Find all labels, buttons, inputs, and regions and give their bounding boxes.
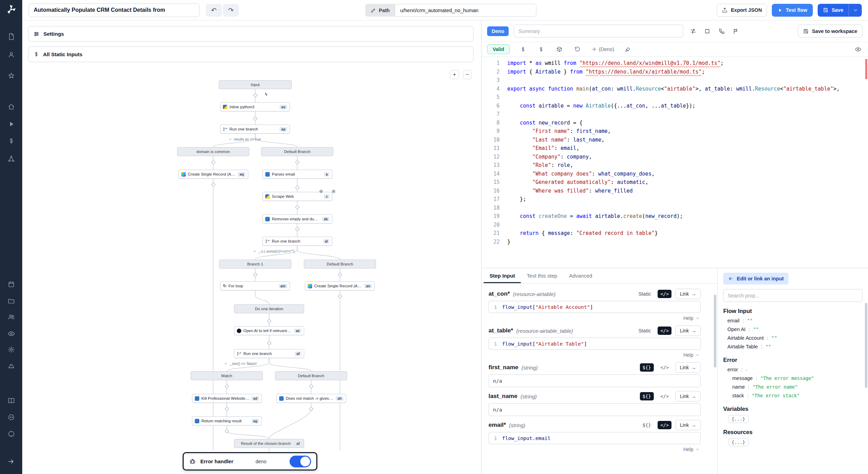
flow-node[interactable]: Run one branchal — [262, 237, 332, 246]
flow-node[interactable]: Does not match -> gives empty valueah — [276, 394, 346, 403]
prop-row-email[interactable]: email:"" — [723, 316, 862, 325]
link-button[interactable]: Link→ — [675, 362, 701, 373]
prop-row-message[interactable]: message:"The error message" — [723, 374, 862, 382]
tab-advanced[interactable]: Advanced — [563, 268, 598, 283]
remove-step-icon[interactable]: ⊗ — [332, 188, 336, 194]
history-icon[interactable] — [573, 46, 582, 52]
sidebar-file-icon[interactable] — [0, 33, 22, 40]
prop-object-badge[interactable]: {...} — [728, 415, 749, 423]
edit-or-link-input-button[interactable]: Edit or link an input — [723, 273, 788, 285]
flag-icon[interactable] — [731, 28, 740, 34]
error-handler-toggle[interactable] — [290, 456, 311, 467]
export-json-button[interactable]: Export JSON — [717, 4, 767, 17]
static-mode-toggle[interactable]: Static — [636, 327, 654, 335]
assistant-status[interactable]: (Deno) — [591, 46, 614, 52]
dollar-resource-icon[interactable] — [537, 46, 546, 52]
sidebar-arrow-right-icon[interactable] — [0, 458, 22, 465]
prop-row-stack[interactable]: stack:"The error stack" — [723, 391, 862, 400]
prop-row-name[interactable]: name:"The error name" — [723, 382, 862, 391]
link-button[interactable]: Link→ — [675, 420, 701, 430]
flow-node[interactable]: Create Single Record (Airtable)aq — [178, 170, 248, 179]
sidebar-users-icon[interactable] — [0, 313, 22, 321]
static-value-input[interactable] — [489, 403, 701, 416]
sidebar-book-icon[interactable] — [0, 397, 22, 404]
prop-row-error[interactable]: error:- — [723, 365, 862, 374]
expression-editor[interactable]: 1flow_input["Airtable Table"] — [489, 338, 701, 350]
flow-node[interactable]: Do one iteration — [234, 304, 304, 313]
help-toggle[interactable]: Help — [489, 350, 701, 358]
prop-object-badge[interactable]: {...} — [728, 438, 749, 446]
flow-node[interactable]: Create Single Record (Airtable)an — [305, 281, 375, 290]
sidebar-folder-icon[interactable] — [0, 297, 22, 305]
flow-node[interactable]: ↻For loopam — [220, 281, 290, 290]
help-toggle[interactable]: Help — [489, 313, 701, 322]
dollar-var-icon[interactable] — [519, 46, 528, 52]
sidebar-helmet-icon[interactable] — [0, 363, 22, 370]
flow-node[interactable]: Open AI to tell if relevant resultae — [234, 326, 304, 335]
move-step-icon[interactable]: ⊕ — [319, 188, 323, 194]
flow-node[interactable]: Parses emaila — [262, 170, 332, 179]
undo-button[interactable]: ↶ — [206, 4, 222, 17]
phone-icon[interactable] — [717, 28, 726, 34]
redo-button[interactable]: ↷ — [223, 4, 239, 17]
flow-node[interactable]: Run one branchaf — [234, 349, 304, 358]
format-brush-icon[interactable] — [623, 46, 632, 52]
code-mode-toggle[interactable]: </> — [658, 421, 671, 429]
sidebar-hub-icon[interactable] — [0, 155, 22, 162]
sidebar-user-icon[interactable] — [0, 51, 22, 58]
sidebar-discord-icon[interactable] — [0, 414, 22, 421]
flow-title-input[interactable]: Automatically Populate CRM Contact Detai… — [28, 3, 200, 17]
prop-panel-scrollbar[interactable] — [865, 303, 867, 388]
trigger-bolt-icon[interactable]: ϟ — [265, 92, 267, 97]
save-to-workspace-button[interactable]: Save to workspace — [798, 25, 862, 37]
template-mode-toggle[interactable]: ${} — [640, 421, 654, 429]
code-mode-toggle[interactable]: </> — [658, 363, 671, 372]
flow-node[interactable]: domain is common — [177, 147, 249, 156]
zoom-in-button[interactable]: + — [450, 70, 459, 79]
flow-node[interactable]: Kill Professional Websites mentionsad — [192, 394, 262, 403]
search-prop-input[interactable] — [723, 289, 862, 302]
flow-node[interactable]: Removes empty and duplicatesak — [262, 214, 332, 223]
link-button[interactable]: Link→ — [675, 325, 701, 336]
static-inputs-button[interactable]: All Static Inputs — [28, 46, 474, 62]
prop-row-airtable-table[interactable]: Airtable Table:"" — [723, 342, 862, 351]
path-edit-button[interactable]: Path — [365, 4, 395, 17]
sidebar-eye-icon[interactable] — [0, 330, 22, 337]
error-handler-node[interactable]: Error handler deno — [183, 452, 317, 471]
flow-node[interactable]: Match — [191, 371, 263, 380]
help-toggle[interactable]: Help — [489, 444, 701, 453]
summary-input[interactable] — [514, 25, 683, 37]
flow-node[interactable]: Inline python3ao — [220, 102, 290, 111]
path-value[interactable]: u/henri/crm_automated_no_human — [395, 4, 536, 17]
code-mode-toggle[interactable]: </> — [658, 327, 671, 335]
template-mode-toggle[interactable]: ${} — [640, 363, 654, 372]
save-button[interactable]: Save — [818, 4, 849, 17]
sidebar-github-icon[interactable] — [0, 430, 22, 438]
package-icon[interactable] — [555, 46, 564, 52]
test-flow-button[interactable]: Test flow — [772, 4, 813, 17]
flow-node[interactable]: Return matching resultag — [192, 416, 262, 425]
code-editor[interactable]: 1import * as wmill from "https://deno.la… — [482, 57, 868, 268]
windmill-logo-icon[interactable] — [0, 4, 22, 15]
static-mode-toggle[interactable]: Static — [636, 290, 654, 298]
sidebar-gear-icon[interactable] — [0, 346, 22, 353]
sidebar-dollar-icon[interactable] — [0, 137, 22, 145]
maximize-icon[interactable] — [703, 28, 712, 34]
flow-node[interactable]: Default Branch — [275, 371, 347, 380]
sidebar-calendar-icon[interactable] — [0, 281, 22, 288]
template-mode-toggle[interactable]: ${} — [640, 392, 654, 400]
flow-node[interactable]: Input — [219, 80, 292, 89]
save-dropdown-button[interactable] — [849, 4, 862, 17]
eye-icon[interactable] — [853, 46, 862, 53]
prop-row-open-ai[interactable]: Open AI:"" — [723, 325, 862, 333]
zoom-out-button[interactable]: − — [463, 70, 472, 79]
flow-node[interactable]: Default Branch — [304, 260, 376, 269]
diff-icon[interactable] — [688, 28, 698, 34]
sidebar-star-icon[interactable] — [0, 72, 22, 79]
tab-test-this-step[interactable]: Test this step — [521, 268, 563, 283]
flow-node[interactable]: Result of the chosen branchaf — [234, 439, 304, 448]
flow-settings-button[interactable]: Settings — [28, 26, 474, 42]
flow-node[interactable]: Run one branchap — [220, 125, 290, 134]
link-button[interactable]: Link→ — [675, 391, 701, 401]
link-button[interactable]: Link→ — [675, 289, 701, 299]
